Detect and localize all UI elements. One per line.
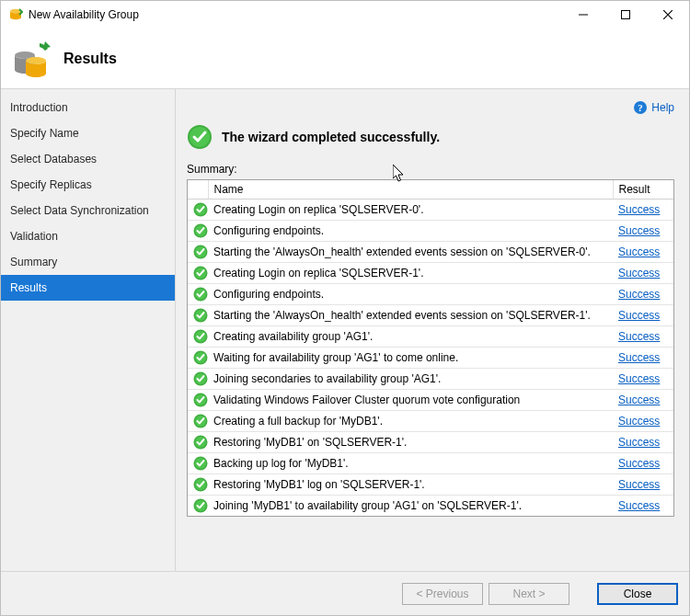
svg-text:?: ? [638,102,644,113]
row-result-link[interactable]: Success [618,245,660,258]
table-row[interactable]: Configuring endpoints.Success [188,284,673,305]
table-row[interactable]: Creating Login on replica 'SQLSERVER-1'.… [188,263,673,284]
close-button[interactable] [647,1,689,29]
row-success-icon [188,242,208,263]
table-row[interactable]: Creating availability group 'AG1'.Succes… [188,326,673,348]
wizard-nav: IntroductionSpecify NameSelect Databases… [1,89,176,571]
row-success-icon [188,326,208,348]
row-success-icon [188,390,208,411]
row-step-name: Starting the 'AlwaysOn_health' extended … [208,242,613,263]
table-row[interactable]: Restoring 'MyDB1' log on 'SQLSERVER-1'.S… [188,474,673,496]
table-row[interactable]: Validating Windows Failover Cluster quor… [188,390,673,411]
col-header-result[interactable]: Result [613,180,673,200]
sidebar-item-label: Select Databases [10,153,97,165]
window-titlebar: New Availability Group [1,1,689,29]
completion-banner: The wizard completed successfully. [187,124,674,150]
row-success-icon [188,348,208,369]
success-check-icon [187,124,213,150]
table-row[interactable]: Waiting for availability group 'AG1' to … [188,348,673,369]
sidebar-item-introduction[interactable]: Introduction [1,95,175,120]
svg-marker-2 [43,41,51,49]
row-success-icon [188,474,208,496]
row-step-name: Waiting for availability group 'AG1' to … [208,348,613,369]
table-row[interactable]: Creating Login on replica 'SQLSERVER-0'.… [188,200,673,221]
row-success-icon [188,369,208,390]
help-link[interactable]: Help [651,101,674,114]
sidebar-item-select-data-synchronization[interactable]: Select Data Synchronization [1,198,175,223]
row-success-icon [188,432,208,453]
table-row[interactable]: Configuring endpoints.Success [188,221,673,242]
table-row[interactable]: Starting the 'AlwaysOn_health' extended … [188,305,673,326]
table-row[interactable]: Joining 'MyDB1' to availability group 'A… [188,496,673,517]
row-success-icon [188,284,208,305]
row-result-link[interactable]: Success [618,203,660,216]
svg-rect-1 [622,11,630,19]
previous-button: < Previous [402,583,483,605]
row-result-link[interactable]: Success [618,351,660,364]
page-title: Results [63,51,117,67]
row-step-name: Creating a full backup for 'MyDB1'. [208,411,613,432]
col-header-name[interactable]: Name [208,180,613,200]
table-row[interactable]: Restoring 'MyDB1' on 'SQLSERVER-1'.Succe… [188,432,673,453]
row-result-link[interactable]: Success [618,330,660,343]
row-step-name: Joining secondaries to availability grou… [208,369,613,390]
row-result-link[interactable]: Success [618,267,660,279]
sidebar-item-results[interactable]: Results [1,275,175,301]
next-button: Next > [489,583,569,605]
help-icon[interactable]: ? [633,100,648,115]
row-step-name: Configuring endpoints. [208,284,613,305]
table-row[interactable]: Joining secondaries to availability grou… [188,369,673,390]
row-success-icon [188,453,208,474]
row-result-link[interactable]: Success [618,372,660,385]
sidebar-item-label: Select Data Synchronization [10,204,149,217]
row-success-icon [188,263,208,284]
row-step-name: Joining 'MyDB1' to availability group 'A… [208,496,613,517]
sidebar-item-label: Specify Replicas [10,178,92,191]
row-success-icon [188,200,208,221]
wizard-footer: < Previous Next > Close [1,571,689,615]
row-result-link[interactable]: Success [618,415,660,428]
sidebar-item-specify-replicas[interactable]: Specify Replicas [1,172,175,198]
close-wizard-button[interactable]: Close [597,583,678,605]
row-result-link[interactable]: Success [618,288,660,301]
summary-label: Summary: [187,163,674,176]
table-row[interactable]: Starting the 'AlwaysOn_health' extended … [188,242,673,263]
database-sync-icon [12,40,51,78]
row-result-link[interactable]: Success [618,436,660,449]
content-area: IntroductionSpecify NameSelect Databases… [1,89,689,571]
row-success-icon [188,411,208,432]
completion-message: The wizard completed successfully. [222,130,440,144]
row-result-link[interactable]: Success [618,499,660,512]
row-step-name: Restoring 'MyDB1' log on 'SQLSERVER-1'. [208,474,613,496]
row-result-link[interactable]: Success [618,478,660,491]
row-result-link[interactable]: Success [618,309,660,322]
row-step-name: Starting the 'AlwaysOn_health' extended … [208,305,613,326]
sidebar-item-label: Specify Name [10,127,79,140]
sidebar-item-label: Introduction [10,101,68,114]
row-step-name: Backing up log for 'MyDB1'. [208,453,613,474]
row-step-name: Creating Login on replica 'SQLSERVER-1'. [208,263,613,284]
row-step-name: Validating Windows Failover Cluster quor… [208,390,613,411]
sidebar-item-select-databases[interactable]: Select Databases [1,146,175,172]
app-icon [8,7,23,22]
sidebar-item-label: Results [10,281,47,294]
row-result-link[interactable]: Success [618,224,660,237]
row-step-name: Configuring endpoints. [208,221,613,242]
sidebar-item-validation[interactable]: Validation [1,223,175,249]
col-header-icon[interactable] [188,180,208,200]
sidebar-item-summary[interactable]: Summary [1,249,175,275]
row-step-name: Creating availability group 'AG1'. [208,326,613,348]
row-result-link[interactable]: Success [618,457,660,470]
row-success-icon [188,221,208,242]
sidebar-item-label: Validation [10,230,58,243]
maximize-button[interactable] [604,1,647,29]
minimize-button[interactable] [562,1,604,29]
table-row[interactable]: Creating a full backup for 'MyDB1'.Succe… [188,411,673,432]
row-result-link[interactable]: Success [618,394,660,406]
row-success-icon [188,305,208,326]
results-table: Name Result Creating Login on replica 'S… [187,179,674,517]
table-row[interactable]: Backing up log for 'MyDB1'.Success [188,453,673,474]
sidebar-item-specify-name[interactable]: Specify Name [1,120,175,146]
row-step-name: Creating Login on replica 'SQLSERVER-0'. [208,200,613,221]
row-success-icon [188,496,208,517]
